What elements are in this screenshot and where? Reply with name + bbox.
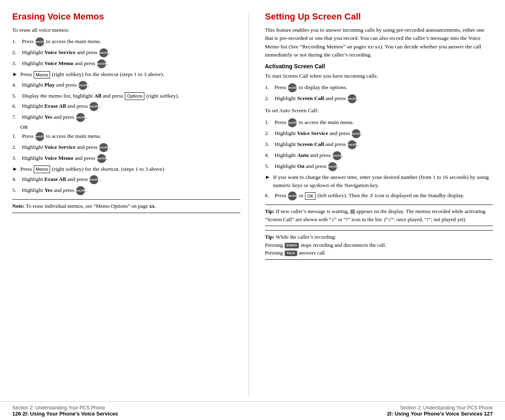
- ok-button: OK: [305, 192, 316, 200]
- bullet-arrow: ►: [12, 70, 19, 78]
- page-container: Erasing Voice Memos To erase all voice m…: [0, 0, 505, 420]
- memo-button-2: Memo: [34, 165, 50, 173]
- menu-button-icon: MENUOK: [35, 37, 44, 46]
- list-item: 5. Highlight Yes and press MENUOK.: [12, 186, 240, 195]
- left-column: Erasing Voice Memos To erase all voice m…: [12, 11, 249, 397]
- right-step6: 6. Press MENUOK or OK (left softkey). Th…: [265, 192, 493, 200]
- menu-button-icon: MENUOK: [89, 175, 98, 184]
- menu-button-icon: MENUOK: [97, 59, 106, 68]
- list-item: 4. Highlight Erase All and press MENUOK.: [12, 175, 240, 184]
- list-item: 2. Highlight Voice Service and press MEN…: [265, 129, 493, 138]
- footer-left: Section 2: Understanding Your PCS Phone …: [12, 405, 252, 417]
- memo-button: Memo: [34, 71, 50, 79]
- menu-button-icon: MENUOK: [288, 192, 297, 200]
- right-sub1-steps: 1. Press MENUOK to display the options. …: [265, 83, 493, 103]
- menu-button-icon: MENUOK: [99, 143, 108, 152]
- list-item: 2. Highlight Voice Service and press MEN…: [12, 48, 240, 57]
- footer-right-bottom: 2I: Using Your Phone’s Voice Services 12…: [252, 411, 493, 417]
- left-steps2: 4. Highlight Play and press MENUOK. 5. D…: [12, 81, 240, 122]
- menu-button-icon: MENUOK: [288, 118, 297, 127]
- list-item: 2. Highlight Voice Service and press MEN…: [12, 143, 240, 152]
- tip-box-1: Tip: If new caller’s message is waiting,…: [265, 205, 493, 226]
- tip2-label: Tip:: [265, 234, 275, 240]
- menu-button-icon: MENUOK: [97, 154, 106, 163]
- bullet-item-2: ► Press Memo (right softkey) for the sho…: [12, 165, 240, 173]
- list-item: 7. Highlight Yes and press MENUOK.: [12, 113, 240, 122]
- menu-button-icon: MENUOK: [348, 140, 357, 149]
- footer-right-top: Section 2: Understanding Your PCS Phone: [252, 405, 493, 411]
- list-item: 2. Highlight Screen Call and press MENUO…: [265, 94, 493, 103]
- bullet-auto-text: If you want to change the answer time, e…: [273, 173, 493, 190]
- right-column: Setting Up Screen Call This feature enab…: [261, 11, 493, 397]
- left-steps3: 1. Press MENUOK to access the main menu.…: [12, 132, 240, 163]
- list-item: 5. Highlight On and press MENUOK.: [265, 162, 493, 171]
- right-section-title: Setting Up Screen Call: [265, 11, 493, 22]
- menu-button-icon: MENUOK: [89, 102, 98, 111]
- menu-button-icon: MENUOK: [333, 151, 342, 160]
- list-item: 5. Display the memo list, highlight All …: [12, 92, 240, 100]
- list-item: 6. Highlight Erase All and press MENUOK.: [12, 102, 240, 111]
- list-item: 4. Highlight Play and press MENUOK.: [12, 81, 240, 90]
- footer-right: Section 2: Understanding Your PCS Phone …: [252, 405, 493, 417]
- sub1-intro: To start Screen Call when you have incom…: [265, 72, 493, 80]
- list-item: 1. Press MENUOK to access the main menu.: [12, 37, 240, 46]
- tip1-label: Tip:: [265, 208, 275, 214]
- menu-button-icon: MENUOK: [348, 94, 357, 103]
- left-section-title: Erasing Voice Memos: [12, 11, 240, 22]
- list-item: 1. Press MENUOK to access the main menu.: [12, 132, 240, 141]
- bullet-item: ► Press Memo (right softkey) for the sho…: [12, 70, 240, 78]
- footer: Section 2: Understanding Your PCS Phone …: [0, 401, 505, 420]
- right-intro: This feature enables you to answer incom…: [265, 26, 493, 59]
- menu-button-icon: MENUOK: [76, 113, 85, 122]
- footer-left-bottom: 126 2I: Using Your Phone’s Voice Service…: [12, 411, 252, 417]
- note-label: Note:: [12, 203, 24, 209]
- left-intro: To erase all voice memos:: [12, 26, 240, 34]
- menu-button-icon: MENUOK: [288, 83, 297, 92]
- list-item: 4. Highlight Auto and press MENUOK.: [265, 151, 493, 160]
- list-item: 6. Press MENUOK or OK (left softkey). Th…: [265, 192, 493, 200]
- list-item: 3. Highlight Screen Call and press MENUO…: [265, 140, 493, 149]
- or-line: OR: [20, 124, 240, 131]
- talk-button: TALK: [285, 250, 297, 256]
- end-button: END/O: [285, 243, 299, 248]
- footer-left-top: Section 2: Understanding Your PCS Phone: [12, 405, 252, 411]
- list-item: 1. Press MENUOK to display the options.: [265, 83, 493, 92]
- bullet-arrow: ►: [12, 165, 19, 173]
- right-auto-steps: 1. Press MENUOK to access the main menu.…: [265, 118, 493, 171]
- bullet-auto: ► If you want to change the answer time,…: [265, 173, 493, 190]
- menu-button-icon: MENUOK: [352, 129, 361, 138]
- menu-button-icon: MENUOK: [35, 132, 44, 141]
- auto-intro: To set Auto Screen Call:: [265, 107, 493, 115]
- menu-button-icon: MENUOK: [76, 186, 85, 195]
- main-content: Erasing Voice Memos To erase all voice m…: [0, 0, 505, 401]
- options-button: Options: [125, 92, 144, 100]
- menu-button-icon: MENUOK: [78, 81, 87, 90]
- menu-button-icon: MENUOK: [99, 48, 108, 57]
- list-item: 3. Highlight Voice Memo and press MENUOK…: [12, 59, 240, 68]
- tip-box-2: Tip: While the caller’s recording: Press…: [265, 230, 493, 260]
- note-box: Note: To erase individual memos, see “Me…: [12, 199, 240, 213]
- subsection-activating: Activating Screen Call: [265, 63, 493, 70]
- list-item: 1. Press MENUOK to access the main menu.: [265, 118, 493, 127]
- bullet-arrow: ►: [265, 173, 272, 181]
- left-steps4: 4. Highlight Erase All and press MENUOK.…: [12, 175, 240, 195]
- left-steps1: 1. Press MENUOK to access the main menu.…: [12, 37, 240, 68]
- list-item: 3. Highlight Voice Memo and press MENUOK…: [12, 154, 240, 163]
- menu-button-icon: MENUOK: [328, 162, 337, 171]
